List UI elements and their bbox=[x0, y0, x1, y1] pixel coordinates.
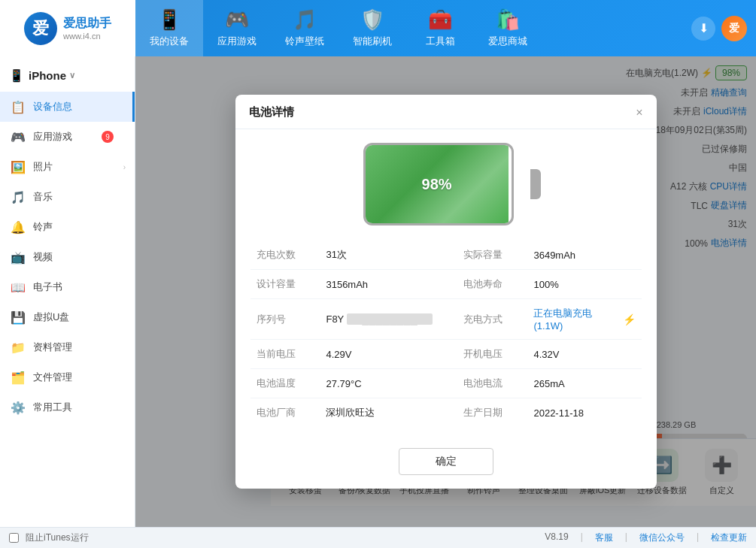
sidebar-item-common-tools[interactable]: ⚙️ 常用工具 bbox=[0, 392, 135, 422]
sidebar-item-data-mgmt[interactable]: 📁 资料管理 bbox=[0, 332, 135, 362]
nav-item-toolbox[interactable]: 🧰工具箱 bbox=[406, 0, 474, 56]
content-area: 在电脑充电(1.2W) ⚡ 98% 未开启 精确查询 未开启 iCloud详情 … bbox=[135, 56, 756, 527]
label1-0: 充电次数 bbox=[250, 241, 320, 270]
main-area: 📱 iPhone ∨ 📋 设备信息🎮 应用游戏9🖼️ 照片›🎵 音乐🔔 铃声📺 … bbox=[0, 56, 756, 527]
battery-body: 98% bbox=[363, 143, 514, 226]
nav-label-smart-flash: 智能刷机 bbox=[353, 35, 392, 48]
sidebar-label-ebook: 电子书 bbox=[33, 280, 62, 294]
brand-url: www.i4.cn bbox=[63, 32, 111, 41]
value1-2: F8Y████████ bbox=[320, 299, 457, 340]
nav-item-my-device[interactable]: 📱我的设备 bbox=[135, 0, 203, 56]
nav-items: 📱我的设备🎮应用游戏🎵铃声壁纸🛡️智能刷机🧰工具箱🛍️爱思商城 bbox=[135, 0, 691, 56]
nav-label-ringtone: 铃声壁纸 bbox=[285, 35, 324, 48]
nav-label-app-game: 应用游戏 bbox=[217, 35, 257, 48]
block-itunes-checkbox[interactable] bbox=[9, 533, 19, 543]
modal-close-button[interactable]: × bbox=[636, 107, 642, 119]
modal-overlay: 电池详情 × 98% bbox=[135, 56, 756, 527]
sidebar-label-file-mgmt: 文件管理 bbox=[33, 371, 72, 384]
download-button[interactable]: ⬇ bbox=[691, 17, 715, 41]
battery-modal: 电池详情 × 98% bbox=[235, 95, 657, 489]
battery-table-row-3: 当前电压 4.29V 开机电压 4.32V bbox=[250, 340, 642, 369]
device-name[interactable]: 📱 iPhone ∨ bbox=[0, 62, 135, 92]
sidebar-item-ebook[interactable]: 📖 电子书 bbox=[0, 272, 135, 302]
label1-2: 序列号 bbox=[250, 299, 320, 340]
divider3: | bbox=[697, 531, 699, 544]
value2-4: 265mA bbox=[527, 369, 641, 398]
sidebar-item-app-game[interactable]: 🎮 应用游戏9 bbox=[0, 122, 135, 152]
nav-item-smart-flash[interactable]: 🛡️智能刷机 bbox=[339, 0, 406, 56]
value1-5: 深圳欣旺达 bbox=[320, 398, 457, 428]
sidebar-badge-app-game: 9 bbox=[102, 131, 114, 143]
wechat-link[interactable]: 微信公众号 bbox=[639, 531, 685, 544]
nav-item-store[interactable]: 🛍️爱思商城 bbox=[474, 0, 542, 56]
sidebar-icon-music: 🎵 bbox=[11, 189, 26, 204]
value2-3: 4.32V bbox=[527, 340, 641, 369]
sidebar-icon-device-info: 📋 bbox=[11, 99, 26, 114]
label2-0: 实际容量 bbox=[457, 241, 527, 270]
sidebar-label-video: 视频 bbox=[33, 250, 53, 264]
sidebar-label-data-mgmt: 资料管理 bbox=[33, 341, 72, 354]
modal-title: 电池详情 bbox=[249, 105, 294, 120]
value1-4: 27.79°C bbox=[320, 369, 457, 398]
customer-service-link[interactable]: 客服 bbox=[595, 531, 613, 544]
label1-3: 当前电压 bbox=[250, 340, 320, 369]
battery-fill: 98% bbox=[366, 145, 509, 223]
modal-footer: 确定 bbox=[235, 441, 657, 489]
header: 爱 爱思助手 www.i4.cn 📱我的设备🎮应用游戏🎵铃声壁纸🛡️智能刷机🧰工… bbox=[0, 0, 756, 56]
sidebar-icon-virtual-udisk: 💾 bbox=[11, 310, 26, 325]
version-text: V8.19 bbox=[545, 531, 568, 544]
label2-1: 电池寿命 bbox=[457, 270, 527, 299]
brand-name: 爱思助手 bbox=[63, 16, 111, 32]
sidebar-icon-ebook: 📖 bbox=[11, 280, 26, 295]
sidebar-icon-file-mgmt: 🗂️ bbox=[11, 370, 26, 385]
sidebar-icon-common-tools: ⚙️ bbox=[11, 400, 26, 415]
sidebar-label-common-tools: 常用工具 bbox=[33, 401, 72, 414]
sidebar-items: 📋 设备信息🎮 应用游戏9🖼️ 照片›🎵 音乐🔔 铃声📺 视频📖 电子书💾 虚拟… bbox=[0, 92, 135, 422]
battery-table-row-1: 设计容量 3156mAh 电池寿命 100% bbox=[250, 270, 642, 299]
divider2: | bbox=[625, 531, 627, 544]
value2-5: 2022-11-18 bbox=[527, 398, 641, 428]
nav-item-app-game[interactable]: 🎮应用游戏 bbox=[203, 0, 271, 56]
battery-table-row-5: 电池厂商 深圳欣旺达 生产日期 2022-11-18 bbox=[250, 398, 642, 428]
sidebar-item-music[interactable]: 🎵 音乐 bbox=[0, 182, 135, 212]
logo-icon: 爱 bbox=[24, 12, 57, 45]
user-avatar[interactable]: 爱 bbox=[721, 16, 747, 41]
status-bar: 阻止iTunes运行 V8.19 | 客服 | 微信公众号 | 检查更新 bbox=[0, 527, 756, 548]
battery-container: 98% bbox=[363, 143, 529, 226]
sidebar-item-ringtone[interactable]: 🔔 铃声 bbox=[0, 212, 135, 242]
sidebar-item-device-info[interactable]: 📋 设备信息 bbox=[0, 92, 135, 122]
sidebar-item-file-mgmt[interactable]: 🗂️ 文件管理 bbox=[0, 362, 135, 392]
battery-table-row-0: 充电次数 31次 实际容量 3649mAh bbox=[250, 241, 642, 270]
header-right: ⬇ 爱 bbox=[691, 16, 747, 41]
sidebar-item-photos[interactable]: 🖼️ 照片› bbox=[0, 152, 135, 182]
sidebar-icon-photos: 🖼️ bbox=[11, 159, 26, 174]
battery-nub bbox=[530, 169, 541, 199]
sidebar-item-video[interactable]: 📺 视频 bbox=[0, 242, 135, 272]
sidebar-item-virtual-udisk[interactable]: 💾 虚拟U盘 bbox=[0, 302, 135, 332]
sidebar: 📱 iPhone ∨ 📋 设备信息🎮 应用游戏9🖼️ 照片›🎵 音乐🔔 铃声📺 … bbox=[0, 56, 135, 527]
nav-item-ringtone[interactable]: 🎵铃声壁纸 bbox=[271, 0, 339, 56]
divider1: | bbox=[581, 531, 583, 544]
sidebar-label-virtual-udisk: 虚拟U盘 bbox=[33, 310, 69, 324]
battery-info-table: 充电次数 31次 实际容量 3649mAh 设计容量 3156mAh 电池寿命 … bbox=[250, 241, 642, 427]
battery-table-row-4: 电池温度 27.79°C 电池电流 265mA bbox=[250, 369, 642, 398]
confirm-button[interactable]: 确定 bbox=[399, 448, 493, 475]
sidebar-label-app-game: 应用游戏 bbox=[33, 130, 72, 144]
sidebar-icon-app-game: 🎮 bbox=[11, 129, 26, 144]
logo-text: 爱思助手 www.i4.cn bbox=[63, 16, 111, 41]
label1-1: 设计容量 bbox=[250, 270, 320, 299]
battery-visual: 98% bbox=[250, 143, 642, 226]
modal-body: 98% 充电次数 31次 实际容量 3649mAh 设计容量 3156mAh 电… bbox=[235, 129, 657, 441]
battery-percent: 98% bbox=[422, 176, 452, 193]
nav-icon-app-game: 🎮 bbox=[225, 8, 249, 32]
device-name-label: iPhone bbox=[29, 69, 66, 82]
sidebar-icon-ringtone: 🔔 bbox=[11, 220, 26, 235]
value1-0: 31次 bbox=[320, 241, 457, 270]
charging-value: 正在电脑充电(1.1W) ⚡ bbox=[533, 307, 635, 332]
nav-icon-ringtone: 🎵 bbox=[293, 8, 317, 32]
nav-label-my-device: 我的设备 bbox=[150, 35, 189, 48]
check-update-link[interactable]: 检查更新 bbox=[711, 531, 747, 544]
nav-label-store: 爱思商城 bbox=[488, 35, 527, 48]
sidebar-label-ringtone: 铃声 bbox=[33, 220, 53, 234]
label2-3: 开机电压 bbox=[457, 340, 527, 369]
